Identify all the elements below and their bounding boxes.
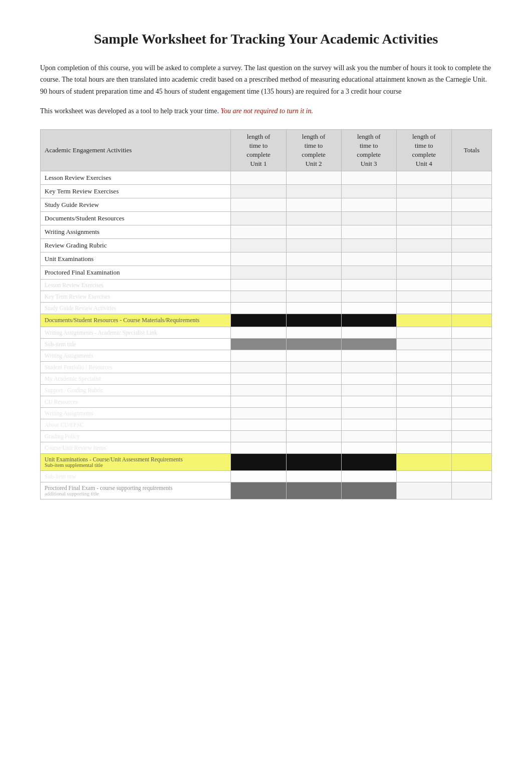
unit4-cell	[396, 419, 451, 431]
table-row-blurred: My Academic Specialist	[41, 373, 492, 385]
unit3-cell	[341, 266, 396, 280]
unit3-cell	[341, 239, 396, 252]
unit4-cell	[396, 339, 451, 350]
table-row: Study Guide Review	[41, 198, 492, 212]
activity-label-blurred: Writing Assignments - Academic Specialis…	[41, 327, 231, 339]
unit2-cell	[286, 431, 341, 442]
unit1-cell-blacked	[231, 314, 286, 327]
totals-cell	[451, 212, 491, 225]
unit4-cell	[396, 373, 451, 385]
table-row-highlighted: Documents/Student Resources - Course Mat…	[41, 314, 492, 327]
unit4-cell	[396, 408, 451, 419]
unit3-cell	[341, 373, 396, 385]
totals-cell	[451, 198, 491, 212]
header-totals: Totals	[451, 129, 491, 171]
unit2-cell	[286, 280, 341, 291]
table-row-blurred: Sub-item row	[41, 471, 492, 482]
unit4-cell	[396, 225, 451, 239]
table-row-blurred: About CU/EFSC	[41, 419, 492, 431]
unit1-cell	[231, 471, 286, 482]
unit2-cell	[286, 212, 341, 225]
totals-cell	[451, 314, 491, 327]
header-unit2: length oftime tocompleteUnit 2	[286, 129, 341, 171]
activity-label: Proctored Final Examination	[41, 266, 231, 280]
activity-label: Study Guide Review	[41, 198, 231, 212]
unit1-cell	[231, 212, 286, 225]
unit4-cell	[396, 327, 451, 339]
activity-label-blurred: Grading Policy	[41, 431, 231, 442]
activity-label-highlighted: Documents/Student Resources - Course Mat…	[41, 314, 231, 327]
unit2-cell	[286, 185, 341, 198]
unit3-cell	[341, 225, 396, 239]
unit4-cell	[396, 431, 451, 442]
activity-label-blurred: Sub-item row	[41, 471, 231, 482]
unit4-cell	[396, 385, 451, 396]
totals-cell	[451, 225, 491, 239]
table-row-proctored: Proctored Final Exam - course supporting…	[41, 482, 492, 499]
table-row: Review Grading Rubric	[41, 239, 492, 252]
totals-cell	[451, 431, 491, 442]
unit2-cell	[286, 266, 341, 280]
activity-label: Documents/Student Resources	[41, 212, 231, 225]
intro-paragraph-2: This worksheet was developed as a tool t…	[40, 107, 492, 115]
table-row: Lesson Review Exercises	[41, 171, 492, 185]
unit2-cell	[286, 408, 341, 419]
totals-cell	[451, 385, 491, 396]
unit2-cell	[286, 396, 341, 408]
table-row: Key Term Review Exercises	[41, 185, 492, 198]
table-row: Unit Examinations	[41, 252, 492, 266]
totals-cell	[451, 291, 491, 303]
table-row-blurred: Grading Policy	[41, 431, 492, 442]
header-activity: Academic Engagement Activities	[41, 129, 231, 171]
table-row: Writing Assignments	[41, 225, 492, 239]
unit2-cell	[286, 252, 341, 266]
unit4-cell	[396, 303, 451, 314]
activity-label-blurred: Course/Unit Review Items	[41, 442, 231, 454]
totals-cell	[451, 442, 491, 454]
unit4-cell-proctored	[396, 482, 451, 499]
unit3-cell	[341, 291, 396, 303]
table-row-blurred: Course/Unit Review Items	[41, 442, 492, 454]
unit2-cell	[286, 225, 341, 239]
unit1-cell	[231, 373, 286, 385]
unit1-cell	[231, 396, 286, 408]
activity-label-blurred: Student Portfolio / Resources	[41, 362, 231, 373]
unit4-cell	[396, 314, 451, 327]
activity-label: Lesson Review Exercises	[41, 171, 231, 185]
activity-label-blurred: Support / Grading Rubric	[41, 385, 231, 396]
unit2-cell	[286, 198, 341, 212]
totals-cell	[451, 327, 491, 339]
unit1-cell-blacked-2	[231, 454, 286, 471]
activity-label-blurred: Writing Assignments	[41, 408, 231, 419]
totals-cell-proctored	[451, 482, 491, 499]
unit3-cell	[341, 171, 396, 185]
tracking-table: Academic Engagement Activities length of…	[40, 129, 492, 500]
unit1-cell	[231, 185, 286, 198]
table-row: Documents/Student Resources	[41, 212, 492, 225]
unit3-cell	[341, 198, 396, 212]
intro-paragraph-1: Upon completion of this course, you will…	[40, 62, 492, 97]
unit2-cell	[286, 303, 341, 314]
unit1-cell	[231, 252, 286, 266]
table-row-blurred: Writing Assignments	[41, 350, 492, 362]
unit3-cell	[341, 185, 396, 198]
totals-cell	[451, 252, 491, 266]
unit2-cell	[286, 291, 341, 303]
table-row-blurred: Student Portfolio / Resources	[41, 362, 492, 373]
activity-label-highlighted-2: Unit Examinations - Course/Unit Assessme…	[41, 454, 231, 471]
totals-cell	[451, 362, 491, 373]
unit2-cell	[286, 419, 341, 431]
activity-label-blurred: Sub-item title	[41, 339, 231, 350]
unit2-cell	[286, 350, 341, 362]
unit4-cell	[396, 171, 451, 185]
table-row-subblocked: Sub-item title	[41, 339, 492, 350]
activity-label-blurred: CU Resources	[41, 396, 231, 408]
unit3-cell	[341, 362, 396, 373]
totals-cell	[451, 419, 491, 431]
unit4-cell	[396, 471, 451, 482]
unit4-cell	[396, 185, 451, 198]
activity-label: Review Grading Rubric	[41, 239, 231, 252]
intro-text-part1: This worksheet was developed as a tool t…	[40, 107, 219, 115]
unit4-cell	[396, 280, 451, 291]
unit1-cell	[231, 350, 286, 362]
